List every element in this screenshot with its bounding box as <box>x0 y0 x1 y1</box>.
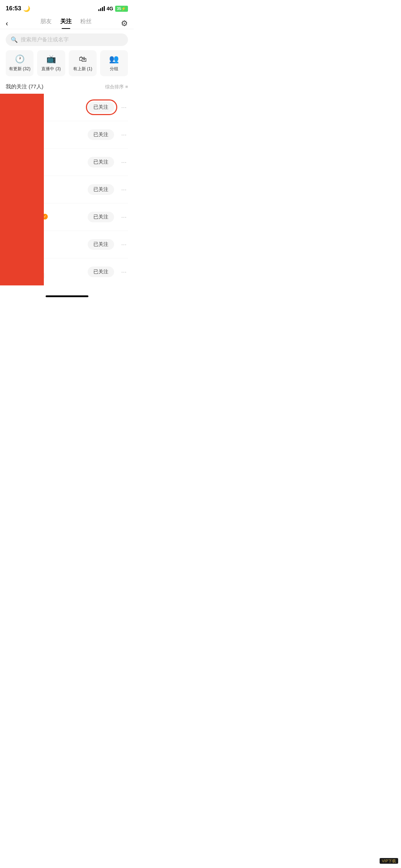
status-icons: 4G 35⚡ <box>98 6 128 12</box>
red-overlay <box>0 94 44 285</box>
more-icon-3[interactable]: ··· <box>118 185 128 195</box>
search-bar[interactable]: 🔍 搜索用户备注或名字 <box>6 33 128 46</box>
more-icon-0[interactable]: ··· <box>118 102 128 113</box>
follow-button-2[interactable]: 已关注 <box>88 157 114 167</box>
filter-new[interactable]: 🛍 有上新 (1) <box>69 50 97 76</box>
section-header: 我的关注 (77人) 综合排序 ≡ <box>0 81 134 94</box>
home-bar <box>46 295 88 297</box>
follow-button-3[interactable]: 已关注 <box>88 184 114 195</box>
more-icon-6[interactable]: ··· <box>118 267 128 277</box>
network-type: 4G <box>107 6 113 11</box>
more-icon-4[interactable]: ··· <box>118 212 128 222</box>
search-icon: 🔍 <box>11 36 18 43</box>
signal-icon <box>98 6 105 11</box>
filter-updates-label: 有更新 (32) <box>9 66 31 72</box>
moon-icon: 🌙 <box>23 5 30 12</box>
tab-followers[interactable]: 粉丝 <box>80 18 92 29</box>
sort-control[interactable]: 综合排序 ≡ <box>105 84 128 90</box>
follow-button-5[interactable]: 已关注 <box>88 239 114 250</box>
more-icon-2[interactable]: ··· <box>118 157 128 167</box>
tab-following[interactable]: 关注 <box>60 18 72 29</box>
back-button[interactable]: ‹ <box>6 18 11 29</box>
shop-icon: 🛍 <box>79 55 87 64</box>
filter-groups[interactable]: 👥 分组 <box>100 50 128 76</box>
more-icon-5[interactable]: ··· <box>118 239 128 250</box>
tab-friends[interactable]: 朋友 <box>40 18 52 29</box>
filter-updates[interactable]: 🕐 有更新 (32) <box>6 50 34 76</box>
filter-live[interactable]: 📺 直播中 (3) <box>37 50 65 76</box>
nav-tabs: ‹ 朋友 关注 粉丝 ⚙ <box>0 15 134 29</box>
clock-icon: 🕐 <box>15 55 25 64</box>
follow-button-6[interactable]: 已关注 <box>88 267 114 277</box>
settings-icon[interactable]: ⚙ <box>121 19 128 28</box>
tab-group: 朋友 关注 粉丝 <box>40 18 92 29</box>
status-time: 16:53 <box>6 5 21 12</box>
group-icon: 👥 <box>109 55 119 64</box>
status-bar: 16:53 🌙 4G 35⚡ <box>0 0 134 15</box>
battery-indicator: 35⚡ <box>115 6 128 12</box>
filter-grid: 🕐 有更新 (32) 📺 直播中 (3) 🛍 有上新 (1) 👥 分组 <box>0 50 134 81</box>
content-area: 备注 品› 已关注 ··· name 品› 已关注 ··· <box>0 94 134 285</box>
search-placeholder-text: 搜索用户备注或名字 <box>21 36 69 43</box>
follow-button-1[interactable]: 已关注 <box>88 129 114 140</box>
filter-groups-label: 分组 <box>110 66 118 72</box>
follow-button-0[interactable]: 已关注 <box>88 102 114 113</box>
home-indicator <box>0 293 134 299</box>
filter-live-label: 直播中 (3) <box>41 66 61 72</box>
section-title: 我的关注 (77人) <box>6 83 43 90</box>
follow-button-4[interactable]: 已关注 <box>88 212 114 222</box>
more-icon-1[interactable]: ··· <box>118 130 128 140</box>
live-icon: 📺 <box>46 55 56 64</box>
filter-new-label: 有上新 (1) <box>73 66 92 72</box>
